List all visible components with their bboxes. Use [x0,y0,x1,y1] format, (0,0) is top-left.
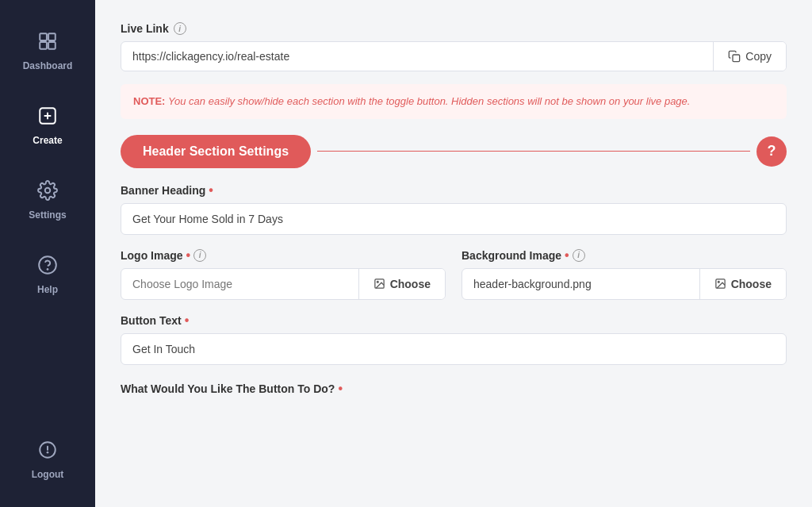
live-link-label: Live Link i [121,22,787,35]
sidebar-item-help[interactable]: Help [0,240,95,306]
main-content: Live Link i Copy NOTE: You can easily sh… [95,0,812,507]
create-icon [33,102,62,130]
button-text-label: Button Text • [121,314,787,327]
sidebar-item-settings[interactable]: Settings [0,165,95,232]
svg-rect-2 [40,42,47,49]
banner-heading-label: Banner Heading • [121,184,787,197]
live-link-input[interactable] [121,42,713,71]
section-bar-line [317,151,750,152]
background-image-field: Background Image • i Choose [462,249,787,300]
svg-point-7 [45,188,51,194]
svg-point-17 [718,281,719,282]
live-link-row: Copy [121,41,787,71]
sidebar-item-create[interactable]: Create [0,90,95,157]
help-icon [33,251,62,279]
bg-choose-button[interactable]: Choose [699,269,786,299]
section-bar: Header Section Settings ? [121,135,787,168]
banner-heading-input[interactable] [121,203,787,235]
copy-button[interactable]: Copy [713,42,786,71]
sidebar-item-dashboard[interactable]: Dashboard [0,16,95,83]
logout-icon [33,436,62,464]
svg-rect-1 [48,33,56,40]
copy-icon [728,50,741,63]
svg-point-15 [377,281,378,282]
button-action-label: What Would You Like The Button To Do? • [121,382,787,395]
logo-image-info-icon[interactable]: i [193,249,206,262]
dashboard-icon [33,27,62,56]
sidebar-item-create-label: Create [33,135,62,146]
logo-image-input[interactable] [121,269,358,299]
live-link-info-icon[interactable]: i [174,22,186,35]
image-icon [373,278,385,290]
background-image-label: Background Image • i [462,249,787,262]
note-prefix: NOTE: [133,95,165,107]
logo-choose-button[interactable]: Choose [358,269,445,299]
sidebar-item-dashboard-label: Dashboard [23,60,73,71]
sidebar-item-logout-label: Logout [32,469,64,480]
sidebar-item-settings-label: Settings [29,209,66,221]
svg-rect-13 [733,55,740,62]
sidebar-item-help-label: Help [37,284,58,295]
note-box: NOTE: You can easily show/hide each sect… [121,84,787,119]
background-image-input[interactable] [462,269,699,299]
required-dot: • [209,184,213,197]
logo-image-label: Logo Image • i [121,249,446,262]
image-fields-row: Logo Image • i Choose Background Image •… [121,249,787,300]
logo-image-field: Logo Image • i Choose [121,249,446,300]
logo-image-input-row: Choose [121,268,446,300]
section-help-button[interactable]: ? [756,136,787,167]
settings-icon [33,176,62,205]
svg-point-8 [39,256,56,274]
button-text-input[interactable] [121,333,787,365]
sidebar: Dashboard Create Settings Help Logout [0,0,95,507]
header-section-button[interactable]: Header Section Settings [121,135,311,168]
background-image-input-row: Choose [462,268,787,300]
note-text: You can easily show/hide each section wi… [168,95,690,107]
bg-image-info-icon[interactable]: i [573,249,585,262]
svg-rect-0 [40,33,47,40]
svg-rect-3 [48,42,56,49]
bg-image-icon [714,278,726,290]
sidebar-item-logout[interactable]: Logout [0,424,95,491]
